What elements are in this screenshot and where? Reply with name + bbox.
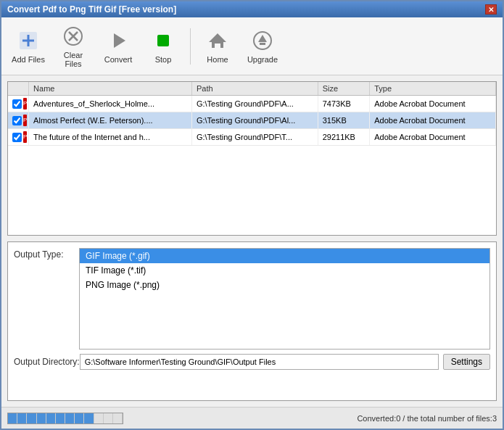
home-label: Home	[207, 55, 228, 64]
col-header-size: Size	[318, 82, 370, 96]
col-header-type: Type	[370, 82, 496, 96]
table-row[interactable]: PThe future of the Internet and h...G:\T…	[8, 129, 496, 146]
table-row[interactable]: PAdventures_of_Sherlock_Holme...G:\Testi…	[8, 96, 496, 112]
output-dir-row: Output Directory: Settings	[14, 354, 490, 370]
file-type: Adobe Acrobat Document	[370, 112, 496, 129]
title-bar: Convert Pdf to Png Tiff Gif [Free versio…	[1, 1, 503, 17]
close-button[interactable]: ✕	[485, 4, 497, 15]
progress-segment	[84, 413, 93, 423]
add-files-icon	[17, 29, 40, 52]
add-files-button[interactable]: Add Files	[7, 22, 49, 71]
upgrade-icon	[251, 29, 274, 52]
stop-icon	[152, 29, 175, 52]
file-name: The future of the Internet and h...	[29, 129, 192, 146]
svg-rect-7	[157, 35, 169, 46]
window-title: Convert Pdf to Png Tiff Gif [Free versio…	[7, 4, 176, 15]
stop-button[interactable]: Stop	[142, 22, 184, 71]
svg-marker-8	[209, 33, 226, 48]
clear-files-icon	[62, 25, 85, 48]
progress-segment	[8, 413, 17, 423]
toolbar: Add Files Clear Files Convert	[1, 17, 503, 75]
toolbar-separator	[190, 28, 191, 65]
file-path: G:\Testing Ground\PDF\T...	[191, 129, 318, 146]
progress-segment	[113, 413, 122, 423]
progress-segment	[46, 413, 55, 423]
progress-segment	[37, 413, 46, 423]
file-row-checkbox-cell: P	[8, 112, 29, 129]
file-path: G:\Testing Ground\PDF\Al...	[191, 112, 318, 129]
output-type-label: Output Type:	[14, 248, 79, 260]
table-row[interactable]: PAlmost Perfect (W.E. Peterson)....G:\Te…	[8, 112, 496, 129]
pdf-icon: P	[23, 98, 27, 109]
convert-button[interactable]: Convert	[97, 22, 139, 71]
output-type-row: Output Type: GIF Image (*.gif)TIF Image …	[14, 248, 490, 350]
col-header-check	[8, 82, 29, 96]
progress-bar-container	[7, 413, 123, 424]
file-type: Adobe Acrobat Document	[370, 129, 496, 146]
progress-segment	[56, 413, 65, 423]
pdf-icon: P	[23, 131, 27, 143]
add-files-label: Add Files	[12, 55, 45, 64]
svg-rect-11	[260, 43, 265, 45]
progress-segment	[104, 413, 112, 423]
output-type-option[interactable]: PNG Image (*.png)	[80, 278, 489, 292]
home-button[interactable]: Home	[197, 22, 239, 71]
file-checkbox[interactable]	[12, 133, 22, 142]
file-path: G:\Testing Ground\PDF\A...	[191, 96, 318, 112]
main-content: Name Path Size Type PAdventures_of_Sherl…	[1, 75, 503, 407]
file-size: 315KB	[318, 112, 370, 129]
main-window: Convert Pdf to Png Tiff Gif [Free versio…	[0, 0, 504, 430]
col-header-path: Path	[191, 82, 318, 96]
file-type: Adobe Acrobat Document	[370, 96, 496, 112]
output-dir-input[interactable]	[80, 354, 439, 370]
file-name: Almost Perfect (W.E. Peterson)....	[29, 112, 192, 129]
stop-label: Stop	[155, 55, 172, 64]
convert-icon	[107, 29, 130, 52]
upgrade-button[interactable]: Upgrade	[241, 22, 284, 71]
output-type-option[interactable]: TIF Image (*.tif)	[80, 263, 489, 278]
progress-bar	[8, 413, 123, 423]
file-row-checkbox-cell: P	[8, 129, 29, 146]
col-header-name: Name	[29, 82, 192, 96]
progress-segment	[65, 413, 74, 423]
progress-segment	[27, 413, 36, 423]
file-checkbox[interactable]	[12, 116, 22, 125]
convert-label: Convert	[104, 55, 133, 64]
upgrade-label: Upgrade	[247, 55, 278, 64]
progress-segment	[17, 413, 26, 423]
svg-marker-10	[258, 35, 267, 42]
file-name: Adventures_of_Sherlock_Holme...	[29, 96, 192, 112]
file-table: Name Path Size Type PAdventures_of_Sherl…	[8, 82, 496, 146]
status-bar: Converted:0 / the total number of files:…	[1, 407, 503, 429]
home-icon	[206, 29, 229, 52]
progress-segment	[94, 413, 103, 423]
file-table-container: Name Path Size Type PAdventures_of_Sherl…	[7, 81, 497, 236]
pdf-icon: P	[23, 115, 27, 126]
bottom-panel: Output Type: GIF Image (*.gif)TIF Image …	[7, 241, 497, 401]
settings-button[interactable]: Settings	[443, 354, 490, 370]
svg-marker-6	[114, 33, 125, 48]
file-size: 29211KB	[318, 129, 370, 146]
status-text: Converted:0 / the total number of files:…	[357, 414, 497, 423]
clear-files-label: Clear Files	[56, 51, 91, 68]
output-dir-label: Output Directory:	[14, 357, 80, 367]
progress-segment	[75, 413, 83, 423]
file-row-checkbox-cell: P	[8, 96, 29, 112]
output-type-option[interactable]: GIF Image (*.gif)	[80, 249, 489, 263]
output-type-list[interactable]: GIF Image (*.gif)TIF Image (*.tif)PNG Im…	[79, 248, 490, 350]
file-checkbox[interactable]	[12, 99, 22, 109]
file-size: 7473KB	[318, 96, 370, 112]
clear-files-button[interactable]: Clear Files	[52, 22, 94, 71]
